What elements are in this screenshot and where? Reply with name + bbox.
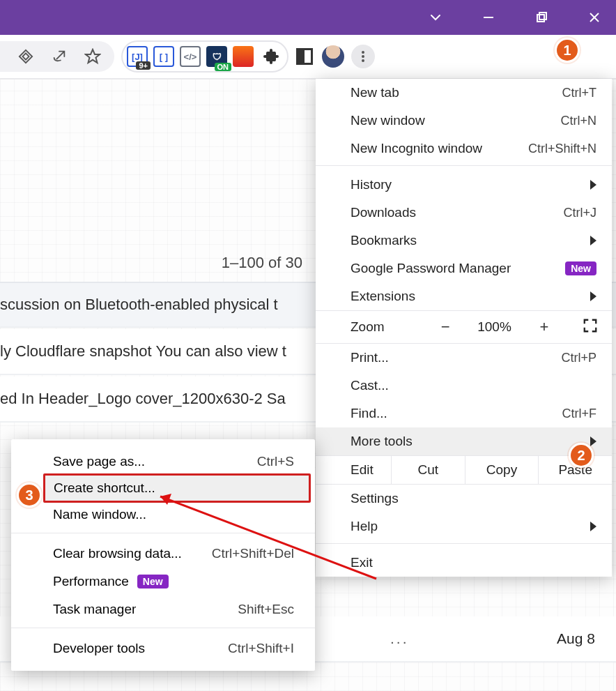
menu-incognito[interactable]: New Incognito windowCtrl+Shift+N bbox=[316, 135, 612, 162]
svg-point-9 bbox=[362, 55, 364, 58]
extension-badge: 9+ bbox=[136, 61, 151, 70]
menu-bookmarks[interactable]: Bookmarks bbox=[316, 227, 612, 255]
svg-marker-6 bbox=[22, 53, 29, 59]
zoom-out-button[interactable]: − bbox=[420, 318, 470, 336]
lens-icon[interactable] bbox=[14, 45, 38, 68]
menu-edit-row: Edit Cut Copy Paste bbox=[316, 455, 612, 485]
extensions-button[interactable] bbox=[259, 45, 283, 68]
chrome-menu-button[interactable] bbox=[351, 45, 375, 68]
annotation-marker-2: 2 bbox=[569, 443, 594, 468]
annotation-marker-3: 3 bbox=[17, 483, 42, 508]
menu-separator bbox=[316, 543, 612, 549]
tab-dropdown-button[interactable] bbox=[419, 3, 452, 31]
menu-help[interactable]: Help bbox=[316, 512, 612, 540]
omnibox-actions bbox=[0, 41, 114, 72]
extension-icon[interactable]: 🛡 ON bbox=[206, 46, 227, 67]
menu-separator bbox=[316, 165, 612, 171]
menu-downloads[interactable]: DownloadsCtrl+J bbox=[316, 199, 612, 227]
submenu-developer-tools[interactable]: Developer toolsCtrl+Shift+I bbox=[11, 635, 315, 662]
zoom-percent: 100% bbox=[470, 319, 518, 335]
menu-extensions[interactable]: Extensions bbox=[316, 282, 612, 310]
svg-marker-5 bbox=[20, 50, 32, 63]
submenu-performance[interactable]: Performance New bbox=[11, 568, 315, 595]
copy-button[interactable]: Copy bbox=[465, 456, 539, 484]
ellipsis: ... bbox=[390, 630, 409, 647]
extension-icon[interactable] bbox=[233, 46, 254, 67]
chevron-right-icon bbox=[590, 522, 596, 531]
window-titlebar bbox=[0, 0, 616, 35]
submenu-name-window[interactable]: Name window... bbox=[11, 501, 315, 529]
bookmark-star-icon[interactable] bbox=[81, 45, 105, 68]
submenu-clear-data[interactable]: Clear browsing data...Ctrl+Shift+Del bbox=[11, 540, 315, 568]
submenu-create-shortcut[interactable]: Create shortcut... bbox=[43, 473, 311, 503]
chevron-right-icon bbox=[590, 436, 596, 446]
browser-toolbar: [J] 9+ [ ] </> 🛡 ON bbox=[0, 35, 616, 79]
annotation-marker-1: 1 bbox=[555, 38, 580, 63]
extension-icon[interactable]: </> bbox=[180, 46, 201, 67]
menu-separator bbox=[11, 533, 315, 540]
fullscreen-button[interactable] bbox=[569, 318, 612, 337]
menu-password-manager[interactable]: Google Password ManagerNew bbox=[316, 255, 612, 282]
side-panel-button[interactable] bbox=[293, 45, 316, 68]
more-tools-submenu: Save page as...Ctrl+S Create shortcut...… bbox=[11, 439, 315, 671]
edit-label: Edit bbox=[316, 456, 391, 484]
chrome-main-menu: New tabCtrl+T New windowCtrl+N New Incog… bbox=[316, 79, 612, 577]
side-panel-icon bbox=[296, 48, 313, 65]
menu-new-window[interactable]: New windowCtrl+N bbox=[316, 107, 612, 135]
extensions-group: [J] 9+ [ ] </> 🛡 ON bbox=[121, 40, 288, 73]
menu-separator bbox=[11, 628, 315, 635]
menu-find[interactable]: Find...Ctrl+F bbox=[316, 400, 612, 427]
svg-rect-2 bbox=[539, 13, 546, 20]
menu-cast[interactable]: Cast... bbox=[316, 372, 612, 400]
cut-button[interactable]: Cut bbox=[391, 456, 465, 484]
menu-exit[interactable]: Exit bbox=[316, 549, 612, 577]
share-icon[interactable] bbox=[47, 45, 71, 68]
profile-avatar[interactable] bbox=[321, 44, 346, 69]
extension-badge: ON bbox=[215, 63, 232, 71]
row-date: Aug 8 bbox=[557, 630, 595, 647]
zoom-in-button[interactable]: + bbox=[519, 318, 569, 336]
svg-point-8 bbox=[362, 51, 364, 54]
chevron-right-icon bbox=[590, 291, 596, 301]
pagination-text: 1–100 of 30 bbox=[0, 254, 302, 272]
menu-history[interactable]: History bbox=[316, 171, 612, 199]
submenu-task-manager[interactable]: Task managerShift+Esc bbox=[11, 595, 315, 623]
chevron-right-icon bbox=[590, 236, 596, 245]
svg-marker-7 bbox=[86, 50, 100, 63]
chevron-right-icon bbox=[590, 180, 596, 190]
maximize-button[interactable] bbox=[525, 3, 557, 31]
close-button[interactable] bbox=[578, 3, 610, 31]
extension-icon[interactable]: [ ] bbox=[153, 46, 174, 67]
new-badge: New bbox=[565, 261, 596, 275]
minimize-button[interactable] bbox=[472, 3, 505, 31]
menu-print[interactable]: Print...Ctrl+P bbox=[316, 344, 612, 372]
submenu-save-page[interactable]: Save page as...Ctrl+S bbox=[11, 448, 315, 476]
menu-more-tools[interactable]: More tools bbox=[316, 427, 612, 455]
menu-new-tab[interactable]: New tabCtrl+T bbox=[316, 79, 612, 107]
menu-settings[interactable]: Settings bbox=[316, 485, 612, 512]
new-badge: New bbox=[137, 575, 169, 589]
menu-zoom-row: Zoom − 100% + bbox=[316, 310, 612, 344]
svg-point-10 bbox=[362, 59, 364, 62]
svg-rect-1 bbox=[537, 15, 544, 22]
zoom-label: Zoom bbox=[351, 319, 420, 335]
extension-icon[interactable]: [J] 9+ bbox=[127, 46, 148, 67]
